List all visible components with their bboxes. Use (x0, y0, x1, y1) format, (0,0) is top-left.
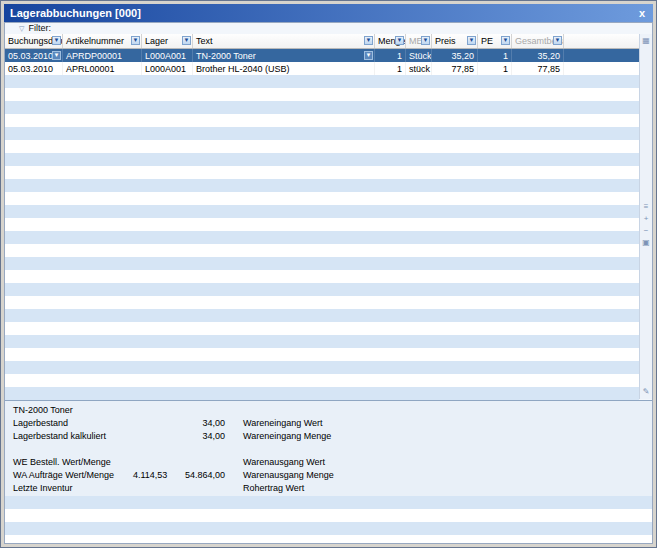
table-row-empty[interactable] (5, 153, 639, 166)
cell-lager[interactable]: L000A001 (142, 49, 193, 62)
table-row-empty[interactable] (5, 361, 639, 374)
cell-text: TN-2000 Toner (196, 51, 256, 61)
table-row-empty[interactable] (5, 296, 639, 309)
table-row-empty[interactable] (5, 270, 639, 283)
chevron-down-icon[interactable]: ▼ (52, 51, 61, 60)
window-title: Lagerabbuchungen [000] (10, 7, 141, 19)
chevron-down-icon[interactable]: ▼ (131, 36, 140, 45)
cell-preis[interactable]: 35,20 (432, 49, 478, 62)
chevron-down-icon[interactable]: ▼ (421, 36, 430, 45)
cell-text: 77,85 (451, 64, 474, 74)
table-row[interactable]: 05.03.2010APRL00001L000A001Brother HL-20… (5, 62, 639, 75)
table-header-row: Buchungsdatum▼Artikelnummer▼Lager▼Text▼M… (5, 34, 639, 49)
pin-icon[interactable]: ▣ (641, 237, 652, 248)
table-row-empty[interactable] (5, 231, 639, 244)
cell-menge[interactable]: 1 (375, 62, 406, 75)
grid-icon[interactable]: ▦ (641, 35, 652, 46)
background-stripe (5, 522, 652, 535)
table-row-empty[interactable] (5, 322, 639, 335)
header-filler (564, 34, 639, 48)
cell-pe[interactable]: 1 (478, 62, 512, 75)
cell-gesamtbetrag[interactable]: 35,20 (512, 49, 564, 62)
cell-text[interactable]: TN-2000 Toner▼ (193, 49, 375, 62)
cell-text: L000A001 (145, 64, 186, 74)
cell-artikelnummer[interactable]: APRDP00001 (63, 49, 142, 62)
filter-bar: ▽ Filter: (5, 23, 652, 34)
column-header-label: Preis (435, 36, 456, 46)
cell-buchungsdatum[interactable]: 05.03.2010 (5, 62, 63, 75)
summary-row: TN-2000 Toner (5, 403, 652, 416)
chevron-down-icon[interactable]: ▼ (553, 36, 562, 45)
column-header-gesamtbetrag[interactable]: Gesamtbetrag▼ (512, 34, 564, 48)
table-row-empty[interactable] (5, 192, 639, 205)
cell-text: 1 (503, 51, 508, 61)
chevron-down-icon[interactable]: ▼ (467, 36, 476, 45)
summary-value-2: 54.864,00 (163, 470, 225, 480)
summary-label: Letzte Inventur (5, 483, 133, 493)
chevron-down-icon[interactable]: ▼ (395, 36, 404, 45)
summary-label: WA Aufträge Wert/Menge (5, 470, 133, 480)
column-header-text[interactable]: Text▼ (193, 34, 375, 48)
zoom-out-icon[interactable]: − (641, 225, 652, 236)
cell-gesamtbetrag[interactable]: 77,85 (512, 62, 564, 75)
table-row-empty[interactable] (5, 374, 639, 387)
titlebar[interactable]: Lagerabbuchungen [000] x (4, 4, 653, 22)
list-icon[interactable]: ≡ (641, 201, 652, 212)
summary-row: Letzte InventurRohertrag Wert (5, 481, 652, 494)
table-row-empty[interactable] (5, 75, 639, 88)
edit-icon[interactable]: ✎ (641, 386, 652, 397)
cell-preis[interactable]: 77,85 (432, 62, 478, 75)
summary-right-label: Wareneingang Wert (243, 418, 323, 428)
column-header-menge[interactable]: Menge▼ (375, 34, 406, 48)
table-row-empty[interactable] (5, 88, 639, 101)
column-header-artikelnummer[interactable]: Artikelnummer▼ (63, 34, 142, 48)
cell-me[interactable]: stück (406, 62, 432, 75)
column-header-pe[interactable]: PE▼ (478, 34, 512, 48)
chevron-down-icon[interactable]: ▼ (501, 36, 510, 45)
table-row-empty[interactable] (5, 348, 639, 361)
table-row[interactable]: 05.03.2010▼APRDP00001L000A001TN-2000 Ton… (5, 49, 639, 62)
zoom-in-icon[interactable]: + (641, 213, 652, 224)
rail-icon-group: ≡+−▣ (641, 201, 652, 248)
table-row-empty[interactable] (5, 114, 639, 127)
filter-label: Filter: (28, 23, 51, 34)
summary-value-2: 34,00 (163, 431, 225, 441)
chevron-down-icon[interactable]: ▼ (52, 36, 61, 45)
column-header-me[interactable]: ME▼ (406, 34, 432, 48)
summary-row: Lagerbestand kalkuliert34,00Wareneingang… (5, 429, 652, 442)
cell-text[interactable]: Brother HL-2040 (USB) (193, 62, 375, 75)
cell-artikelnummer[interactable]: APRL00001 (63, 62, 142, 75)
cell-buchungsdatum[interactable]: 05.03.2010▼ (5, 49, 63, 62)
table-row-empty[interactable] (5, 309, 639, 322)
table-row-empty[interactable] (5, 335, 639, 348)
summary-right-label: Rohertrag Wert (243, 483, 304, 493)
cell-pe[interactable]: 1 (478, 49, 512, 62)
column-header-lager[interactable]: Lager▼ (142, 34, 193, 48)
column-header-buchungsdatum[interactable]: Buchungsdatum▼ (5, 34, 63, 48)
table-row-empty[interactable] (5, 387, 639, 400)
table-row-empty[interactable] (5, 283, 639, 296)
table-row-empty[interactable] (5, 179, 639, 192)
filter-icon: ▽ (19, 23, 24, 34)
cell-me[interactable]: Stück (406, 49, 432, 62)
summary-row: WA Aufträge Wert/Menge4.114,5354.864,00W… (5, 468, 652, 481)
summary-row: WE Bestell. Wert/MengeWarenausgang Wert (5, 455, 652, 468)
summary-right-label: Wareneingang Menge (243, 431, 331, 441)
close-button[interactable]: x (635, 7, 649, 19)
table-row-empty[interactable] (5, 257, 639, 270)
chevron-down-icon[interactable]: ▼ (364, 36, 373, 45)
cell-menge[interactable]: 1 (375, 49, 406, 62)
column-header-label: Lager (145, 36, 168, 46)
table-row-empty[interactable] (5, 127, 639, 140)
table-row-empty[interactable] (5, 205, 639, 218)
cell-lager[interactable]: L000A001 (142, 62, 193, 75)
chevron-down-icon[interactable]: ▼ (364, 51, 373, 60)
table-row-empty[interactable] (5, 101, 639, 114)
table-row-empty[interactable] (5, 166, 639, 179)
cell-text: 1 (503, 64, 508, 74)
column-header-preis[interactable]: Preis▼ (432, 34, 478, 48)
table-row-empty[interactable] (5, 244, 639, 257)
table-row-empty[interactable] (5, 218, 639, 231)
table-row-empty[interactable] (5, 140, 639, 153)
chevron-down-icon[interactable]: ▼ (182, 36, 191, 45)
